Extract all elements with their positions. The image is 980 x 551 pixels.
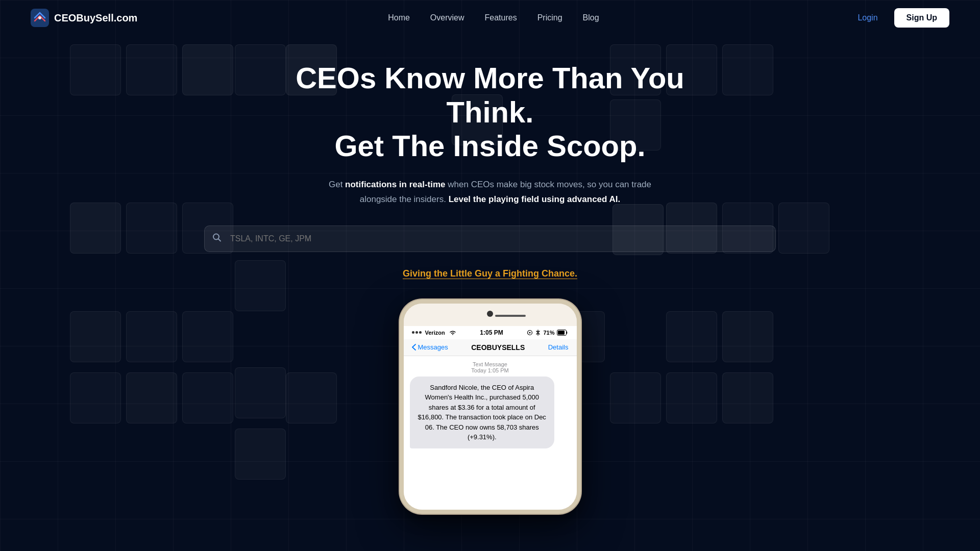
- messages-back: Messages: [412, 343, 448, 351]
- svg-rect-6: [558, 331, 565, 335]
- page-wrapper: CEOBuySell.com Home Overview Features Pr…: [0, 0, 980, 551]
- message-text: Sandford Nicole, the CEO of Aspira Women…: [418, 384, 546, 441]
- svg-point-4: [529, 332, 531, 333]
- status-left: Verizon: [412, 330, 456, 336]
- svg-point-1: [38, 16, 41, 19]
- navbar-actions: Login Sign Up: [849, 8, 949, 28]
- hero-subtitle: Get notifications in real-time when CEOs…: [327, 178, 653, 207]
- status-bar: Verizon 1:05 PM: [404, 326, 577, 339]
- signal-dots: [412, 331, 422, 334]
- nav-features[interactable]: Features: [485, 13, 517, 22]
- settings-icon: [527, 330, 533, 336]
- tagline: Giving the Little Guy a Fighting Chance.: [0, 268, 980, 279]
- search-container: [204, 226, 776, 252]
- bluetooth-icon: [535, 330, 541, 336]
- phone-camera: [487, 311, 493, 317]
- phone-mockup: Verizon 1:05 PM: [400, 299, 581, 514]
- logo-icon: [31, 9, 49, 27]
- message-timestamp: Text Message Today 1:05 PM: [404, 356, 577, 377]
- navbar: CEOBuySell.com Home Overview Features Pr…: [0, 0, 980, 36]
- message-bubble-container: Sandford Nicole, the CEO of Aspira Women…: [404, 377, 577, 510]
- message-bubble: Sandford Nicole, the CEO of Aspira Women…: [410, 377, 555, 448]
- logo-text: CEOBuySell.com: [54, 12, 137, 24]
- messages-header: Messages CEOBUYSELLS Details: [404, 339, 577, 356]
- phone-speaker: [495, 315, 526, 317]
- search-input[interactable]: [204, 226, 776, 252]
- messages-back-label: Messages: [418, 343, 448, 351]
- nav-pricing[interactable]: Pricing: [537, 13, 562, 22]
- hero-title-line1: CEOs Know More Than You Think.: [296, 61, 684, 129]
- carrier-label: Verizon: [425, 330, 445, 336]
- status-right: 71%: [527, 330, 568, 336]
- nav-home[interactable]: Home: [388, 13, 410, 22]
- wifi-icon: [449, 330, 456, 335]
- hero-section: CEOs Know More Than You Think. Get The I…: [0, 36, 980, 514]
- navbar-links: Home Overview Features Pricing Blog: [388, 13, 599, 22]
- subtitle-bold1: notifications in real-time: [345, 180, 445, 189]
- phone-container: Verizon 1:05 PM: [0, 299, 980, 514]
- hero-title-line2: Get The Inside Scoop.: [334, 129, 645, 162]
- back-chevron-icon: [412, 344, 416, 350]
- status-time: 1:05 PM: [480, 329, 503, 336]
- signup-button[interactable]: Sign Up: [894, 8, 949, 28]
- timestamp-label: Text Message: [404, 361, 577, 367]
- battery-label: 71%: [543, 330, 554, 336]
- subtitle-part1: Get: [329, 180, 345, 189]
- hero-title: CEOs Know More Than You Think. Get The I…: [271, 61, 709, 163]
- details-label: Details: [548, 343, 569, 351]
- nav-overview[interactable]: Overview: [430, 13, 464, 22]
- timestamp-time: Today 1:05 PM: [404, 367, 577, 373]
- nav-blog[interactable]: Blog: [583, 13, 599, 22]
- battery-icon: [557, 330, 568, 336]
- contact-name: CEOBUYSELLS: [471, 343, 525, 352]
- login-button[interactable]: Login: [849, 9, 886, 27]
- phone-top-bar: [404, 304, 577, 326]
- logo[interactable]: CEOBuySell.com: [31, 9, 137, 27]
- iphone-screen: Verizon 1:05 PM: [404, 326, 577, 510]
- subtitle-bold2: Level the playing field using advanced A…: [449, 194, 621, 204]
